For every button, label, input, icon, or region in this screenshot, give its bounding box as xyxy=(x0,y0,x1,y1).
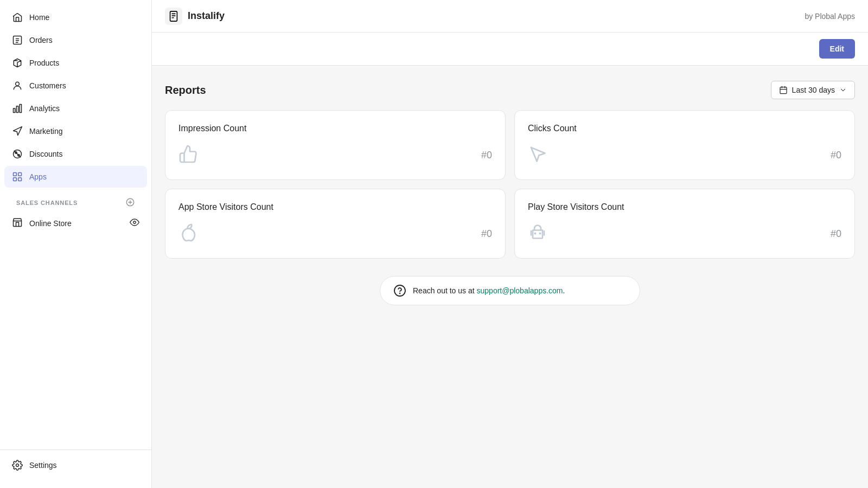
orders-icon xyxy=(12,35,23,46)
chevron-down-icon xyxy=(839,86,847,94)
settings-icon xyxy=(12,460,23,471)
sidebar-item-orders-label: Orders xyxy=(29,36,53,44)
online-store-icon xyxy=(12,217,23,229)
svg-point-20 xyxy=(535,233,536,234)
app-title: Instalify xyxy=(188,10,225,22)
add-sales-channel-icon[interactable] xyxy=(125,197,135,208)
eye-icon[interactable] xyxy=(130,217,139,229)
sidebar-item-apps-label: Apps xyxy=(29,172,47,181)
impression-count-title: Impression Count xyxy=(178,124,492,133)
sidebar-item-online-store[interactable]: Online Store xyxy=(4,211,147,235)
sidebar-item-analytics[interactable]: Analytics xyxy=(4,98,147,119)
support-period: . xyxy=(563,286,565,295)
svg-point-23 xyxy=(400,293,400,294)
appstore-count-title: App Store Visitors Count xyxy=(178,202,492,212)
sidebar-item-marketing-label: Marketing xyxy=(29,127,62,136)
svg-rect-10 xyxy=(14,178,17,181)
playstore-count-value: #0 xyxy=(831,228,841,240)
customers-icon xyxy=(12,80,23,91)
svg-rect-15 xyxy=(170,11,177,21)
cards-grid: Impression Count #0 Clicks Count #0 xyxy=(165,110,855,259)
home-icon xyxy=(12,12,23,23)
main-content: Instalify by Plobal Apps Edit Reports La… xyxy=(152,0,868,488)
thumbsup-icon xyxy=(178,144,198,166)
products-icon xyxy=(12,57,23,68)
support-message: Reach out to us at support@plobalapps.co… xyxy=(413,286,565,295)
sales-channels-label: SALES CHANNELS xyxy=(16,200,78,206)
sidebar-item-discounts[interactable]: Discounts xyxy=(4,143,147,165)
sidebar-item-products[interactable]: Products xyxy=(4,52,147,74)
sidebar-item-settings[interactable]: Settings xyxy=(4,454,147,476)
analytics-icon xyxy=(12,103,23,114)
svg-rect-19 xyxy=(780,87,787,94)
appstore-count-value: #0 xyxy=(481,228,492,240)
playstore-count-title: Play Store Visitors Count xyxy=(528,202,841,212)
calendar-icon xyxy=(779,86,788,94)
help-icon xyxy=(393,284,406,297)
appstore-count-card: App Store Visitors Count #0 xyxy=(165,189,506,259)
sidebar-item-customers[interactable]: Customers xyxy=(4,75,147,97)
impression-count-card: Impression Count #0 xyxy=(165,110,506,180)
sales-channels-section: SALES CHANNELS xyxy=(4,189,147,211)
svg-rect-9 xyxy=(18,173,22,176)
reports-header: Reports Last 30 days xyxy=(165,81,855,99)
content-area: Reports Last 30 days Impression Count #0 xyxy=(152,66,868,488)
online-store-left: Online Store xyxy=(12,217,72,229)
svg-point-13 xyxy=(133,221,136,224)
impression-count-value: #0 xyxy=(481,150,492,161)
playstore-count-card: Play Store Visitors Count #0 xyxy=(514,189,855,259)
sidebar-item-analytics-label: Analytics xyxy=(29,104,60,113)
topbar-left: Instalify xyxy=(165,8,225,25)
playstore-count-bottom: #0 xyxy=(528,223,841,245)
sidebar-item-customers-label: Customers xyxy=(29,81,66,90)
svg-point-21 xyxy=(540,233,541,234)
marketing-icon xyxy=(12,126,23,137)
support-text: Reach out to us at xyxy=(413,286,477,295)
svg-point-1 xyxy=(16,82,20,86)
svg-point-14 xyxy=(16,464,19,467)
svg-rect-4 xyxy=(20,105,21,113)
sidebar-item-orders[interactable]: Orders xyxy=(4,29,147,51)
impression-count-bottom: #0 xyxy=(178,144,492,166)
svg-point-22 xyxy=(394,285,405,296)
sidebar-item-apps[interactable]: Apps xyxy=(4,166,147,188)
discounts-icon xyxy=(12,149,23,159)
clicks-count-title: Clicks Count xyxy=(528,124,841,133)
settings-label: Settings xyxy=(29,461,57,470)
reports-title: Reports xyxy=(165,84,206,97)
topbar: Instalify by Plobal Apps xyxy=(152,0,868,33)
svg-rect-8 xyxy=(14,173,17,176)
clicks-count-card: Clicks Count #0 xyxy=(514,110,855,180)
svg-rect-11 xyxy=(18,178,22,181)
sidebar: Home Orders Products Customers xyxy=(0,0,152,488)
date-filter-button[interactable]: Last 30 days xyxy=(771,81,855,99)
svg-rect-3 xyxy=(16,106,18,113)
action-bar: Edit xyxy=(152,33,868,66)
svg-rect-2 xyxy=(14,108,15,113)
support-email-link[interactable]: support@plobalapps.com xyxy=(477,286,563,295)
sidebar-bottom: Settings xyxy=(0,450,151,481)
apps-icon xyxy=(12,171,23,182)
edit-button[interactable]: Edit xyxy=(819,39,855,59)
sidebar-item-home[interactable]: Home xyxy=(4,7,147,28)
clicks-count-value: #0 xyxy=(831,150,841,161)
date-filter-label: Last 30 days xyxy=(792,86,835,94)
cursor-icon xyxy=(528,144,547,166)
support-banner: Reach out to us at support@plobalapps.co… xyxy=(380,276,640,305)
by-label: by Plobal Apps xyxy=(805,12,855,21)
clicks-count-bottom: #0 xyxy=(528,144,841,166)
apple-icon xyxy=(178,223,198,245)
svg-rect-0 xyxy=(14,36,22,44)
appstore-count-bottom: #0 xyxy=(178,223,492,245)
sidebar-item-home-label: Home xyxy=(29,13,49,22)
sidebar-nav: Home Orders Products Customers xyxy=(0,7,151,450)
online-store-label: Online Store xyxy=(29,219,72,228)
android-icon xyxy=(528,223,547,245)
sidebar-item-marketing[interactable]: Marketing xyxy=(4,120,147,142)
sidebar-item-discounts-label: Discounts xyxy=(29,150,62,158)
app-icon xyxy=(165,8,182,25)
sidebar-item-products-label: Products xyxy=(29,59,59,67)
